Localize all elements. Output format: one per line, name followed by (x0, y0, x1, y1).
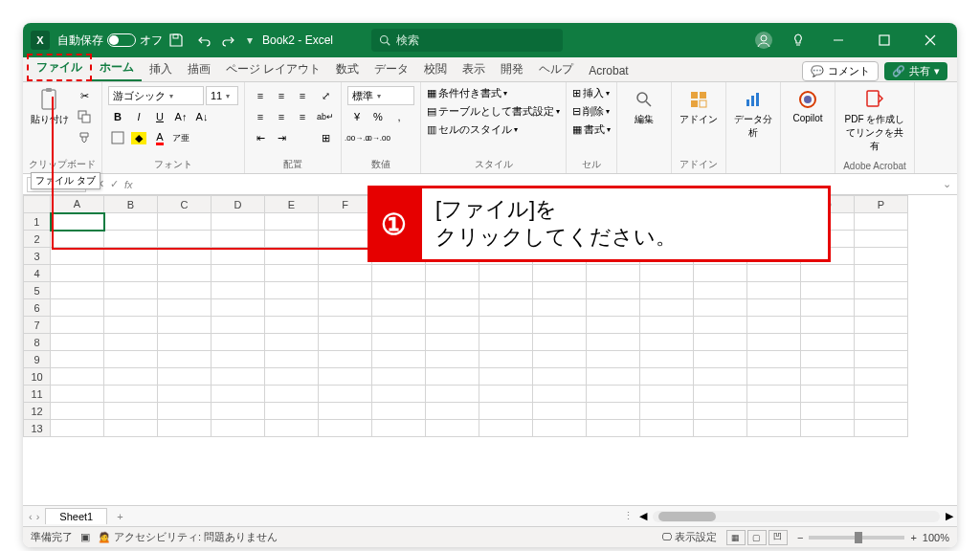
cell[interactable] (319, 403, 372, 420)
cell[interactable] (158, 368, 212, 386)
row-header[interactable]: 1 (24, 213, 51, 231)
copilot-button[interactable]: Copilot (787, 86, 829, 125)
italic-button[interactable]: I (129, 107, 148, 126)
cell[interactable] (426, 299, 479, 317)
cell[interactable] (533, 420, 587, 437)
cell[interactable] (640, 282, 694, 299)
col-header[interactable]: E (265, 196, 319, 213)
indent-increase-icon[interactable]: ⇥ (272, 128, 291, 147)
cell[interactable] (694, 386, 747, 403)
cell[interactable] (51, 368, 104, 386)
cell[interactable] (372, 403, 426, 420)
cell[interactable] (104, 282, 158, 299)
cell[interactable] (801, 351, 855, 368)
align-bottom-icon[interactable]: ≡ (293, 86, 312, 105)
align-middle-icon[interactable]: ≡ (272, 86, 291, 105)
cell[interactable] (855, 213, 908, 231)
cell[interactable] (319, 299, 372, 317)
percent-icon[interactable]: % (368, 107, 388, 126)
cell[interactable] (801, 282, 855, 299)
cell[interactable] (801, 368, 855, 386)
merge-icon[interactable]: ⊞ (316, 128, 335, 147)
cell[interactable] (51, 420, 104, 437)
cell[interactable] (694, 351, 747, 368)
zoom-out-button[interactable]: − (797, 532, 803, 543)
cell[interactable] (104, 351, 158, 368)
tab-developer[interactable]: 開発 (493, 57, 531, 81)
cell[interactable] (694, 299, 747, 317)
cell[interactable] (747, 299, 801, 317)
cell[interactable] (158, 351, 212, 368)
cell[interactable] (694, 317, 747, 334)
cell[interactable] (212, 231, 265, 248)
cell[interactable] (265, 231, 319, 248)
cell[interactable] (104, 265, 158, 282)
undo-icon[interactable] (191, 29, 214, 52)
row-header[interactable]: 7 (24, 317, 51, 334)
cell[interactable] (319, 368, 372, 386)
cell[interactable] (855, 317, 908, 334)
cell[interactable] (587, 403, 640, 420)
cell[interactable] (212, 213, 265, 231)
paste-button[interactable]: 貼り付け (29, 86, 71, 128)
cell[interactable] (51, 213, 104, 231)
lightbulb-icon[interactable] (787, 29, 810, 52)
indent-decrease-icon[interactable]: ⇤ (251, 128, 270, 147)
account-icon[interactable] (752, 29, 775, 52)
addin-button[interactable]: アドイン (678, 86, 720, 128)
row-header[interactable]: 12 (24, 403, 51, 420)
cell[interactable] (372, 265, 426, 282)
col-header[interactable]: P (855, 196, 908, 213)
display-settings[interactable]: 🖵 表示設定 (661, 530, 717, 544)
expand-formula-bar-icon[interactable]: ⌄ (937, 178, 957, 190)
cell[interactable] (372, 386, 426, 403)
tab-page-layout[interactable]: ページ レイアウト (218, 57, 328, 81)
cell[interactable] (319, 248, 372, 265)
cell[interactable] (479, 386, 533, 403)
cell[interactable] (158, 386, 212, 403)
close-button[interactable] (911, 23, 949, 57)
row-header[interactable]: 3 (24, 248, 51, 265)
cell[interactable] (212, 386, 265, 403)
cell[interactable] (51, 386, 104, 403)
cell[interactable] (51, 403, 104, 420)
view-page-break-icon[interactable]: 凹 (768, 530, 788, 545)
align-right-icon[interactable]: ≡ (293, 107, 312, 126)
cell[interactable] (104, 368, 158, 386)
cell[interactable] (694, 282, 747, 299)
share-button[interactable]: 🔗 共有 ▾ (884, 62, 947, 80)
increase-font-icon[interactable]: A↑ (171, 107, 190, 126)
redo-icon[interactable] (218, 29, 241, 52)
cell[interactable] (104, 299, 158, 317)
cell[interactable] (533, 386, 587, 403)
cell[interactable] (265, 213, 319, 231)
add-sheet-button[interactable]: + (107, 511, 132, 522)
cell[interactable] (855, 265, 908, 282)
cell[interactable] (104, 420, 158, 437)
cell[interactable] (533, 317, 587, 334)
cell[interactable] (587, 299, 640, 317)
cell[interactable] (319, 265, 372, 282)
cell[interactable] (158, 403, 212, 420)
cell[interactable] (212, 334, 265, 351)
cell[interactable] (212, 351, 265, 368)
cell[interactable] (51, 231, 104, 248)
cell[interactable] (533, 282, 587, 299)
cell[interactable] (265, 403, 319, 420)
cell[interactable] (426, 317, 479, 334)
cell[interactable] (533, 265, 587, 282)
cell[interactable] (372, 299, 426, 317)
cell[interactable] (426, 265, 479, 282)
cell[interactable] (533, 334, 587, 351)
editing-button[interactable]: 編集 (623, 86, 665, 128)
cell[interactable] (801, 265, 855, 282)
comments-button[interactable]: 💬 コメント (802, 61, 879, 81)
delete-cells-button[interactable]: ⊟ 削除 ▾ (572, 104, 610, 119)
cell[interactable] (265, 368, 319, 386)
cell[interactable] (747, 282, 801, 299)
cell[interactable] (587, 386, 640, 403)
cell[interactable] (479, 351, 533, 368)
cell[interactable] (587, 317, 640, 334)
save-icon[interactable] (165, 29, 188, 52)
cell[interactable] (372, 334, 426, 351)
